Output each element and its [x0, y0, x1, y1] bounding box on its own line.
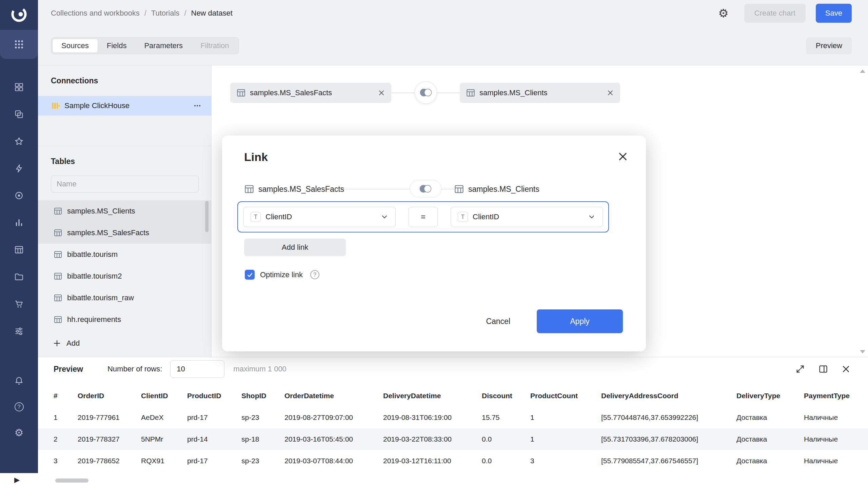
field-type-icon: T [458, 212, 468, 222]
top-header: Collections and workbooks Tutorials New … [38, 0, 868, 26]
horizontal-scrollbar[interactable] [55, 479, 88, 483]
table-search-input[interactable] [51, 176, 199, 192]
join-venn-icon [418, 87, 434, 98]
sidebar-bottom: ? ⚙ [0, 376, 38, 438]
apps-grid-icon [14, 39, 24, 49]
datalens-logo-icon[interactable] [9, 4, 29, 24]
join-type-button[interactable] [415, 81, 437, 104]
table-row: 22019-778327 5NPMrprd-14 sp-182019-03-16… [38, 428, 868, 450]
column-header: DeliveryAddressCoord [601, 385, 736, 407]
storage-folder-icon[interactable] [14, 272, 24, 282]
rows-count-input[interactable] [170, 360, 224, 378]
tables-heading: Tables [38, 157, 211, 166]
sidebar: ? ⚙ [0, 0, 38, 473]
fullscreen-icon[interactable] [795, 364, 805, 374]
join-venn-icon [418, 184, 433, 194]
column-header: PaymentType [804, 385, 868, 407]
save-button[interactable]: Save [816, 4, 852, 23]
collections-icon[interactable] [14, 109, 24, 119]
settings-gear-icon[interactable]: ⚙ [14, 428, 24, 438]
close-dialog-icon[interactable] [617, 151, 628, 162]
cancel-button[interactable]: Cancel [478, 309, 518, 333]
apply-button[interactable]: Apply [537, 309, 623, 333]
sidebar-expand-icon[interactable]: ▶ [14, 476, 20, 484]
chevron-down-icon [588, 213, 596, 221]
services-sliders-icon[interactable] [14, 326, 24, 336]
connection-name: Sample ClickHouse [64, 101, 130, 110]
editor-lightning-icon[interactable] [14, 163, 24, 174]
close-preview-icon[interactable] [842, 365, 850, 373]
dialog-footer: Cancel Apply [478, 309, 623, 333]
operator-select[interactable]: = [409, 207, 438, 227]
marketplace-cart-icon[interactable] [14, 299, 24, 309]
rows-count-label: Number of rows: [107, 365, 162, 373]
canvas-node-clients[interactable]: samples.MS_Clients [460, 83, 620, 103]
column-header: DeliveryType [736, 385, 804, 407]
breadcrumb-current: New dataset [191, 9, 233, 18]
table-icon [54, 293, 62, 302]
connection-item-sample-clickhouse[interactable]: Sample ClickHouse [38, 96, 211, 116]
canvas-scroll-down-icon[interactable] [860, 350, 865, 353]
dataset-settings-gear-icon[interactable]: ⚙ [718, 7, 728, 19]
more-menu-icon[interactable] [193, 101, 202, 110]
tab-sources[interactable]: Sources [52, 39, 98, 53]
table-item-tourism[interactable]: bibattle.tourism [38, 244, 211, 265]
optimize-help-icon[interactable]: ? [310, 270, 319, 279]
preview-toggle-button[interactable]: Preview [806, 37, 852, 54]
table-icon [54, 250, 62, 259]
dialog-left-table: samples.MS_SalesFacts [244, 183, 344, 195]
optimize-link-checkbox[interactable] [245, 270, 255, 280]
table-item-ms-clients[interactable]: samples.MS_Clients [38, 200, 211, 222]
table-list-scrollbar[interactable] [205, 201, 209, 232]
monitoring-icon[interactable] [14, 190, 24, 201]
panel-layout-icon[interactable] [818, 364, 828, 374]
rows-max-hint: maximum 1 000 [233, 365, 287, 373]
table-icon [244, 184, 254, 194]
tab-filtration[interactable]: Filtration [192, 39, 238, 53]
notifications-bell-icon[interactable] [14, 376, 24, 386]
field-type-icon: T [251, 212, 261, 222]
tab-fields[interactable]: Fields [98, 39, 136, 53]
dialog-right-table: samples.MS_Clients [454, 183, 539, 195]
remove-table-icon[interactable] [598, 90, 613, 96]
canvas-scroll-up-icon[interactable] [860, 69, 865, 73]
table-item-tourism2[interactable]: bibattle.tourism2 [38, 265, 211, 287]
table-icon [466, 88, 475, 98]
left-field-select[interactable]: T ClientID [243, 207, 396, 227]
remove-table-icon[interactable] [370, 90, 384, 96]
dialog-title: Link [244, 150, 268, 164]
table-list: samples.MS_Clients samples.MS_SalesFacts… [38, 200, 211, 330]
datasets-table-icon[interactable] [14, 245, 24, 255]
table-item-tourism-raw[interactable]: bibattle.tourism_raw [38, 287, 211, 309]
breadcrumb-separator [184, 9, 186, 18]
table-item-hh-requirements[interactable]: hh.requirements [38, 309, 211, 330]
create-chart-button[interactable]: Create chart [744, 4, 806, 23]
breadcrumb-tutorials[interactable]: Tutorials [151, 9, 180, 18]
column-header: OrderID [78, 385, 141, 407]
sources-panel: Connections Sample ClickHouse Tables sam… [38, 65, 212, 357]
add-link-button[interactable]: Add link [244, 239, 346, 256]
charts-icon[interactable] [14, 218, 24, 228]
column-header: Discount [482, 385, 530, 407]
canvas-node-salesfacts[interactable]: samples.MS_SalesFacts [230, 83, 391, 103]
dashboards-icon[interactable] [14, 82, 24, 92]
header-actions: ⚙ Create chart Save [718, 4, 852, 23]
right-field-select[interactable]: T ClientID [451, 207, 603, 227]
favorites-icon[interactable] [14, 136, 24, 146]
add-table-button[interactable]: Add [38, 334, 211, 353]
help-icon[interactable]: ? [15, 402, 24, 411]
table-icon [54, 228, 62, 237]
join-type-button[interactable] [410, 180, 441, 198]
tab-parameters[interactable]: Parameters [135, 39, 192, 53]
column-header: ProductID [187, 385, 241, 407]
table-item-ms-salesfacts[interactable]: samples.MS_SalesFacts [38, 222, 211, 244]
table-icon [54, 207, 62, 216]
table-row: 32019-778652 RQX91prd-17 sp-232019-03-07… [38, 450, 868, 472]
table-icon [54, 272, 62, 281]
column-header: DeliveryDatetime [383, 385, 482, 407]
dialog-tables-row: samples.MS_SalesFacts samples.MS_Clients [244, 183, 624, 195]
breadcrumb-collections[interactable]: Collections and workbooks [51, 9, 140, 18]
apps-grid-button[interactable] [0, 30, 38, 59]
preview-actions [795, 364, 850, 374]
sidebar-nav [0, 82, 38, 336]
